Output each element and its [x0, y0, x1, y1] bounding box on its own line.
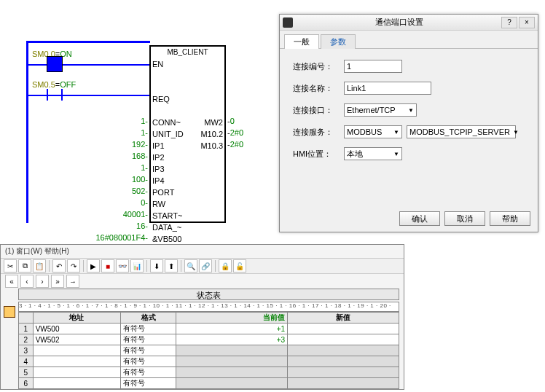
chevron-down-icon: ▼	[408, 107, 414, 114]
tool-copy-icon[interactable]: ⧉	[18, 259, 31, 273]
conn-if-label: 连接接口：	[293, 105, 344, 116]
table-row[interactable]: 5有符号	[19, 367, 399, 378]
nav-last-icon[interactable]: »	[51, 275, 64, 288]
contact-2-label: SM0.5=OFF	[32, 80, 76, 89]
fb-pin-row: &VB500	[151, 233, 224, 245]
table-row[interactable]: 1VW500有符号+1	[19, 324, 399, 334]
tool-paste-icon[interactable]: 📋	[33, 259, 46, 273]
ruler: 3 · 1 · 4 · 1 · 5 · 1 · 6 · 1 · 7 · 1 · …	[18, 302, 399, 312]
dialog-tabs: 一般 参数	[280, 31, 538, 49]
table-row[interactable]: 4有符号	[19, 356, 399, 367]
status-table-title: 状态表	[18, 289, 399, 300]
ladder-top-rail	[26, 41, 150, 43]
conn-no-label: 连接编号：	[293, 61, 344, 72]
tool-unlock-icon[interactable]: 🔓	[233, 259, 246, 273]
fb-pin-row: UNIT_IDM10.2	[151, 128, 224, 140]
conn-svc-label: 连接服务：	[293, 127, 344, 138]
fb-pin-row: START~	[151, 210, 224, 222]
hmi-pos-select[interactable]: 本地▼	[344, 147, 402, 160]
col-fmt[interactable]: 格式	[120, 313, 176, 324]
fb-pin-row: IP4	[151, 175, 224, 187]
fb-pin-row: DATA_~	[151, 222, 224, 233]
nav-first-icon[interactable]: «	[5, 275, 18, 288]
nav-go-icon[interactable]: →	[66, 275, 79, 288]
fb-pin-row: IP1M10.3	[151, 140, 224, 152]
cancel-button[interactable]: 取消	[444, 211, 485, 226]
nav-prev-icon[interactable]: ‹	[20, 275, 34, 288]
dialog-titlebar[interactable]: 通信端口设置 ? ×	[280, 15, 538, 31]
table-row[interactable]: 3有符号	[19, 345, 399, 356]
tool-find-icon[interactable]: 🔍	[184, 259, 197, 273]
tool-cut-icon[interactable]: ✂	[4, 259, 17, 273]
conn-no-input[interactable]	[344, 60, 402, 73]
fb-pin-row: IP2	[151, 152, 224, 163]
conn-if-select[interactable]: Ethernet/TCP▼	[344, 103, 417, 117]
tool-chart-icon[interactable]: 📊	[130, 259, 144, 273]
tool-link-icon[interactable]: 🔗	[199, 259, 212, 273]
dialog-title: 通信端口设置	[297, 17, 501, 28]
close-button[interactable]: ×	[519, 17, 535, 28]
dialog-body: 连接编号： 连接名称： 连接接口： Ethernet/TCP▼ 连接服务： MO…	[280, 49, 538, 179]
nav-next-icon[interactable]: ›	[36, 275, 49, 288]
chevron-down-icon: ▼	[393, 151, 399, 157]
fb-pin-row: CONN~MW2	[151, 117, 224, 128]
col-new[interactable]: 新值	[288, 313, 399, 324]
fb-pin-row	[151, 70, 224, 82]
status-table-panel: (1) 窗口(W) 帮助(H) ✂ ⧉ 📋 ↶ ↷ ▶ ■ 👓 📊 ⬇ ⬆ 🔍 …	[0, 244, 404, 390]
conn-svc-select-2[interactable]: MODBUS_TCPIP_SERVER▼	[407, 125, 516, 138]
fb-title: MB_CLIENT	[151, 47, 224, 58]
table-row[interactable]: 6有符号	[19, 378, 399, 389]
fb-pin-row	[151, 82, 224, 93]
col-cur[interactable]: 当前值	[176, 313, 288, 324]
chevron-down-icon: ▼	[393, 129, 399, 136]
sheet-icon[interactable]	[4, 306, 15, 318]
function-block[interactable]: MB_CLIENT ENREQCONN~MW2UNIT_IDM10.2IP1M1…	[149, 45, 226, 223]
table-header-row: 地址 格式 当前值 新值	[19, 313, 399, 324]
fb-pin-row: EN	[151, 58, 224, 70]
contact-closed-icon	[47, 56, 63, 72]
conn-name-input[interactable]	[344, 82, 431, 95]
fb-pin-row: RW	[151, 198, 224, 210]
fb-pin-row: PORT	[151, 187, 224, 198]
tool-lock-icon[interactable]: 🔒	[219, 259, 232, 273]
tool-monitor-icon[interactable]: 👓	[116, 259, 129, 273]
contact-open-icon	[47, 89, 63, 101]
chevron-down-icon: ▼	[513, 129, 519, 136]
fb-input-values: 1-1-192-168-1-100-502-0-40001-16-16#0800…	[93, 45, 148, 255]
tool-download-icon[interactable]: ⬇	[150, 259, 163, 273]
toolbar-nav: « ‹ › » →	[1, 274, 404, 289]
menu-bar[interactable]: (1) 窗口(W) 帮助(H)	[1, 245, 404, 258]
help-button[interactable]: 帮助	[490, 211, 530, 226]
toolbar-main: ✂ ⧉ 📋 ↶ ↷ ▶ ■ 👓 📊 ⬇ ⬆ 🔍 🔗 🔒 🔓	[1, 258, 404, 274]
conn-svc-select-1[interactable]: MODBUS▼	[344, 125, 402, 138]
fb-pin-row	[151, 105, 224, 117]
hmi-pos-label: HMI位置：	[293, 149, 344, 160]
tool-stop-icon[interactable]: ■	[101, 259, 114, 273]
comm-port-settings-dialog: 通信端口设置 ? × 一般 参数 连接编号： 连接名称： 连接接口： Ether…	[279, 14, 538, 232]
help-button[interactable]: ?	[501, 17, 517, 28]
fb-output-values: -0-2#0-2#0	[227, 45, 278, 255]
dialog-footer: 确认 取消 帮助	[399, 211, 530, 226]
tab-general[interactable]: 一般	[284, 34, 319, 49]
status-table[interactable]: 地址 格式 当前值 新值 1VW500有符号+12VW502有符号+33有符号4…	[18, 312, 399, 389]
tool-upload-icon[interactable]: ⬆	[165, 259, 178, 273]
tool-undo-icon[interactable]: ↶	[52, 259, 66, 273]
conn-name-label: 连接名称：	[293, 83, 344, 94]
fb-pin-row: IP3	[151, 163, 224, 175]
fb-pin-row: REQ	[151, 93, 224, 105]
col-addr[interactable]: 地址	[33, 313, 120, 324]
app-icon	[283, 17, 293, 28]
table-row[interactable]: 2VW502有符号+3	[19, 334, 399, 345]
tool-redo-icon[interactable]: ↷	[67, 259, 80, 273]
ok-button[interactable]: 确认	[399, 211, 440, 226]
tool-run-icon[interactable]: ▶	[87, 259, 100, 273]
tab-params[interactable]: 参数	[321, 34, 356, 49]
